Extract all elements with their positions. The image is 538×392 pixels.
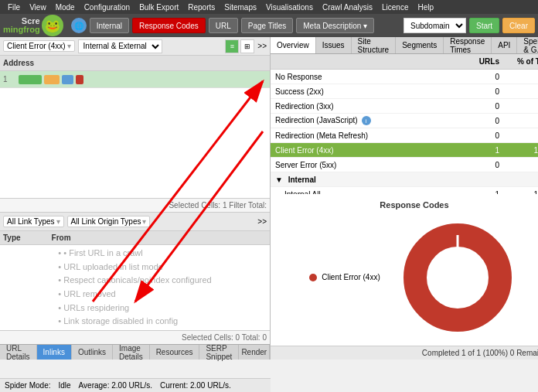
menu-crawl-analysis[interactable]: Crawl Analysis [318,3,377,12]
url-btn[interactable]: URL [209,18,238,33]
filter-source-select[interactable]: Internal & External [78,39,162,53]
otab-api[interactable]: API [492,37,517,53]
bottom-tabs: URL Details Inlinks Outlinks Image Detai… [0,344,270,360]
meta-description-btn[interactable]: Meta Description ▾ [296,18,374,33]
reason-6: • Link storage disabled in config [58,315,211,329]
inlinks-selected-text: Selected Cells: 0 Total: 0 [182,333,267,342]
inlinks-filter-tag1[interactable]: All Link Types ▾ [3,216,64,227]
ov-row-internal-section[interactable]: ▼ Internal [271,172,538,187]
ov-val-no-response: 0 [461,73,499,81]
subdomain-select[interactable]: Subdomain [404,18,466,33]
menu-file[interactable]: File [3,3,25,12]
tab-url-details[interactable]: URL Details [0,345,37,360]
info-icon: i [362,116,371,125]
ov-label-no-response: No Response [275,73,461,81]
table-row[interactable]: 1 [0,71,270,88]
otab-overview[interactable]: Overview [271,37,316,53]
ov-row-success[interactable]: Success (2xx) 0 0% [271,84,538,99]
start-button[interactable]: Start [469,18,499,33]
tab-outlinks[interactable]: Outlinks [72,345,113,360]
chart-section: Response Codes Client Error (4xx) [271,194,538,346]
logo: Scre mingfrog 🐸 [3,15,63,36]
internal-btn[interactable]: Internal [90,18,129,33]
ov-label-client-error: Client Error (4xx) [275,146,461,155]
reason-2: • URL uploaded in list mode [58,261,211,274]
menu-visualisations[interactable]: Visualisations [261,3,318,12]
list-view-btn[interactable]: ≡ [225,39,239,53]
legend-label: Client Error (4xx) [322,273,380,281]
ov-pct-server-error: 0% [499,161,538,169]
inlinks-filter-tag2[interactable]: All Link Origin Types ▾ [67,216,151,227]
inlinks-selected-bar: Selected Cells: 0 Total: 0 [0,330,270,344]
ov-row-internal-all[interactable]: Internal All 1 100% [271,187,538,194]
inlinks-filter2-dropdown[interactable]: ▾ [142,217,146,226]
menu-view[interactable]: View [25,3,51,12]
tab-serp-snippet[interactable]: SERP Snippet [199,345,239,360]
spider-mode-value: Idle [58,381,70,390]
tab-resources[interactable]: Resources [150,345,200,360]
more-btn[interactable]: >> [257,42,267,50]
url-cell [19,75,267,84]
overview-tabs: Overview Issues Site Structure Segments … [271,37,538,54]
page-titles-btn[interactable]: Page Titles [241,18,293,33]
overview-table: URLs % of Total No Response 0 0% Success… [271,54,538,194]
reason-1: • • First URL in a crawl [58,247,211,261]
clear-button[interactable]: Clear [502,18,535,33]
chart-title: Response Codes [277,200,538,210]
inlinks-filter1-dropdown[interactable]: ▾ [56,217,60,226]
grid-view-btn[interactable]: ⊞ [240,39,254,53]
inlinks-from-col: From [52,233,71,242]
tab-inlinks[interactable]: Inlinks [37,345,72,360]
menu-help[interactable]: Help [413,3,438,12]
ov-row-no-response[interactable]: No Response 0 0% [271,70,538,84]
inlinks-type-col: Type [3,233,21,242]
tab-render[interactable]: Render [239,345,270,360]
ov-pct-redirect-meta: 0% [499,131,538,140]
legend-item-client-error: Client Error (4xx) [309,273,380,281]
reason-7: • Orphan URLs from GA/GSC [58,329,211,330]
otab-response-times[interactable]: Response Times [444,37,492,53]
menu-reports[interactable]: Reports [183,3,220,12]
menubar: File View Mode Configuration Bulk Export… [0,0,538,14]
ov-label-redirect-js: Redirection (JavaScript) i [275,116,461,126]
selected-cells-text: Selected Cells: 1 Filter Total: [169,201,267,210]
menu-bulk-export[interactable]: Bulk Export [134,3,183,12]
otab-spelling[interactable]: Spelling & G... [517,37,538,53]
tab-image-details[interactable]: Image Details [113,345,150,360]
otab-segments[interactable]: Segments [396,37,444,53]
spider-mode-label: Spider Mode: [5,381,50,390]
donut-container: Client Error (4xx) [277,216,538,340]
ov-val-redirect-js: 0 [461,117,499,125]
ov-val-server-error: 0 [461,161,499,169]
filter-bar: Client Error (4xx) ▾ Internal & External… [0,37,270,56]
response-codes-btn[interactable]: Response Codes [132,18,206,33]
filter-tag[interactable]: Client Error (4xx) ▾ [3,40,75,52]
ov-row-redirect-3xx[interactable]: Redirection (3xx) 0 0% [271,99,538,114]
menu-licence[interactable]: Licence [377,3,413,12]
inlinks-filter-bar: All Link Types ▾ All Link Origin Types ▾… [0,213,270,231]
otab-site-structure[interactable]: Site Structure [352,37,397,53]
menu-mode[interactable]: Mode [51,3,80,12]
otab-issues[interactable]: Issues [316,37,352,53]
ov-row-client-error[interactable]: Client Error (4xx) 1 100% [271,143,538,158]
inlinks-more-btn[interactable]: >> [257,217,267,226]
ov-row-redirect-js[interactable]: Redirection (JavaScript) i 0 0% [271,114,538,128]
ov-val-redirect-meta: 0 [461,131,499,140]
url-badge-green [19,75,42,84]
right-panel: Overview Issues Site Structure Segments … [271,37,538,360]
filter-remove-btn[interactable]: ▾ [67,42,71,50]
ov-label-redirect-3xx: Redirection (3xx) [275,102,461,111]
row-number: 1 [3,75,19,84]
ov-col3-header: % of Total [499,57,538,66]
reason-3: • Respect canonicals/noindex configured [58,274,211,288]
ov-row-server-error[interactable]: Server Error (5xx) 0 0% [271,158,538,172]
inlinks-filter2-label: All Link Origin Types [71,217,141,226]
menu-configuration[interactable]: Configuration [80,3,134,12]
ov-row-redirect-meta[interactable]: Redirection (Meta Refresh) 0 0% [271,128,538,143]
legend-dot [309,274,317,281]
ov-label-success: Success (2xx) [275,87,461,96]
data-table: Address 1 [0,56,270,198]
menu-sitemaps[interactable]: Sitemaps [220,3,261,12]
selected-bar: Selected Cells: 1 Filter Total: [0,198,270,212]
ov-val-success: 0 [461,87,499,96]
